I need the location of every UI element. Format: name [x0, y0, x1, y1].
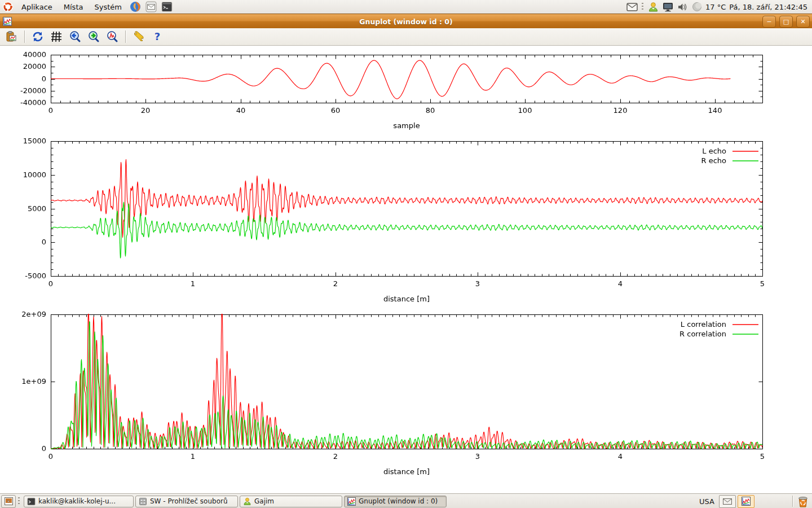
copy-plot-icon	[5, 30, 17, 43]
mail-notification-icon	[626, 3, 638, 11]
temperature-label[interactable]: 17 °C	[705, 3, 726, 11]
user-switcher-applet[interactable]	[647, 1, 659, 12]
display-applet[interactable]	[662, 1, 673, 12]
display-icon	[663, 2, 673, 12]
zoom-reset-icon	[106, 30, 118, 43]
terminal-icon	[27, 497, 36, 506]
close-button[interactable]: ✕	[796, 16, 810, 28]
panel-menus: AplikaceMístaSystém	[16, 0, 127, 14]
grid-toggle-button[interactable]	[50, 30, 63, 43]
weather-applet[interactable]	[691, 1, 703, 12]
zoom-previous-icon	[69, 30, 81, 43]
refresh-button[interactable]	[31, 30, 45, 43]
taskbar-separator	[792, 496, 793, 507]
mail-notification-tray[interactable]	[626, 1, 638, 12]
help-icon: ?	[151, 30, 164, 43]
user-switcher-icon	[648, 2, 659, 12]
task-label: SW - Prohlížeč souborů	[150, 497, 228, 505]
help-button[interactable]: ?	[151, 30, 164, 43]
file-manager-icon	[139, 497, 147, 506]
grid-icon	[50, 30, 63, 43]
show-desktop-button[interactable]	[1, 495, 16, 508]
minimize-button[interactable]: ─	[762, 16, 776, 28]
settings-button[interactable]	[132, 30, 145, 43]
mail-launcher[interactable]	[145, 1, 157, 13]
zoom-previous-button[interactable]	[68, 30, 82, 43]
task-label: kaklik@kaklik-kolej-u...	[38, 497, 116, 505]
settings-wrench-icon	[133, 30, 145, 43]
taskbar-task-1[interactable]: kaklik@kaklik-kolej-u...	[24, 496, 134, 507]
menu-aplikace[interactable]: Aplikace	[16, 0, 58, 14]
top-panel: AplikaceMístaSystém	[0, 0, 812, 14]
taskbar-task-3[interactable]: Gajim	[240, 496, 342, 507]
menu-mista[interactable]: Místa	[58, 0, 89, 14]
svg-text:?: ?	[155, 30, 160, 42]
task-label: Gnuplot (window id : 0)	[359, 497, 438, 505]
trash-icon	[797, 496, 809, 507]
volume-icon	[677, 2, 688, 12]
zoom-next-icon	[87, 30, 100, 43]
trash-applet[interactable]	[796, 495, 810, 507]
taskbar: kaklik@kaklik-kolej-u...SW - Prohlížeč s…	[0, 493, 812, 508]
gnuplot-toolbar: ?	[0, 28, 812, 46]
terminal-launcher[interactable]	[161, 1, 173, 13]
firefox-launcher[interactable]	[129, 1, 142, 13]
taskbar-task-4[interactable]: Gnuplot (window id : 0)	[344, 496, 447, 507]
copy-plot-button[interactable]	[5, 30, 18, 43]
refresh-icon	[32, 30, 44, 43]
terminal-icon	[161, 1, 173, 12]
toolbar-separator	[125, 30, 126, 43]
gnuplot-icon	[347, 497, 356, 506]
mail-tray-icon	[723, 498, 732, 505]
zoom-reset-button[interactable]	[105, 30, 119, 43]
gnuplot-plot-canvas[interactable]	[0, 46, 812, 493]
gnuplot-tray-button[interactable]	[738, 495, 754, 508]
show-desktop-icon	[5, 497, 13, 505]
gnuplot-tray-icon	[742, 497, 751, 506]
maximize-button[interactable]: □	[779, 16, 793, 28]
taskbar-separator	[18, 497, 20, 506]
task-label: Gajim	[254, 497, 274, 505]
volume-applet[interactable]	[677, 1, 688, 12]
mail-tray-button[interactable]	[719, 495, 736, 508]
gajim-icon	[243, 497, 251, 506]
taskbar-task-2[interactable]: SW - Prohlížeč souborů	[135, 496, 238, 507]
gnuplot-titlebar[interactable]: Gnuplot (window id : 0) ─ □ ✕	[0, 14, 812, 29]
ubuntu-menu-icon[interactable]	[2, 1, 14, 13]
zoom-next-button[interactable]	[87, 30, 100, 43]
firefox-icon	[130, 1, 141, 12]
window-title: Gnuplot (window id : 0)	[0, 17, 812, 26]
gnuplot-canvas-area	[0, 46, 812, 493]
weather-icon	[692, 2, 702, 12]
task-list: kaklik@kaklik-kolej-u...SW - Prohlížeč s…	[22, 496, 447, 507]
clock-applet[interactable]: Pá, 18. září, 21:42:45	[729, 3, 807, 11]
tray-separator	[642, 3, 643, 11]
toolbar-separator	[24, 30, 25, 43]
mail-icon	[145, 1, 157, 12]
ubuntu-logo-icon	[2, 1, 14, 12]
menu-system[interactable]: Systém	[89, 0, 127, 14]
keyboard-layout-indicator[interactable]: USA	[699, 497, 714, 506]
